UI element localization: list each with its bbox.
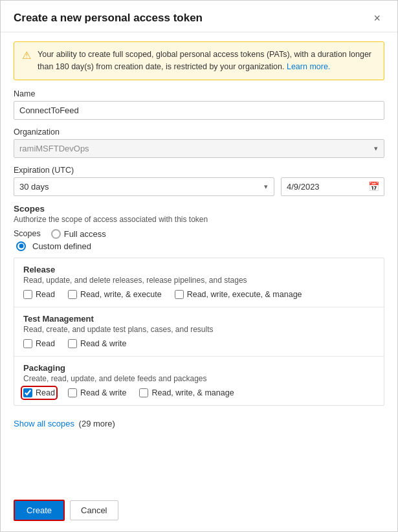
create-pat-dialog: Create a new personal access token × ⚠ Y…	[0, 0, 398, 532]
release-checkbox-row: Read Read, write, & execute Read, write,…	[23, 290, 375, 299]
org-section: Organization ramiMSFTDevOps ▾	[14, 127, 384, 158]
org-label: Organization	[14, 127, 384, 137]
custom-defined-label: Custom defined	[32, 241, 91, 251]
release-scope-group: Release Read, update, and delete release…	[14, 258, 384, 307]
warning-icon: ⚠	[22, 49, 31, 61]
expiration-label: Expiration (UTC)	[14, 166, 384, 175]
name-label: Name	[14, 89, 384, 98]
release-readwriteexecutemanage-label[interactable]: Read, write, execute, & manage	[175, 290, 302, 299]
dialog-title: Create a new personal access token	[14, 12, 203, 25]
scope-groups-container[interactable]: Release Read, update, and delete release…	[14, 258, 384, 406]
scopes-radio-row: Scopes Full access	[14, 229, 384, 239]
packaging-readwrite-label[interactable]: Read & write	[68, 388, 127, 397]
expiration-row: 30 days 7 days 90 days 180 days 1 year C…	[14, 177, 384, 196]
dialog-header: Create a new personal access token ×	[1, 1, 397, 32]
release-readwriteexecutemanage-checkbox[interactable]	[175, 290, 184, 299]
scopes-title: Scopes	[14, 204, 384, 214]
packaging-read-checkbox[interactable]	[23, 388, 32, 397]
release-readwriteexecute-label[interactable]: Read, write, & execute	[68, 290, 162, 299]
release-readwriteexecute-checkbox[interactable]	[68, 290, 77, 299]
testmgmt-readwrite-label[interactable]: Read & write	[68, 339, 127, 348]
scopes-description: Authorize the scope of access associated…	[14, 215, 384, 224]
packaging-readwrite-checkbox[interactable]	[68, 388, 77, 397]
dialog-body: ⚠ Your ability to create full scoped, gl…	[1, 32, 397, 493]
packaging-readwritemanage-label[interactable]: Read, write, & manage	[139, 388, 234, 397]
cancel-button[interactable]: Cancel	[70, 500, 118, 520]
testmgmt-read-label[interactable]: Read	[23, 339, 55, 348]
packaging-desc: Create, read, update, and delete feeds a…	[23, 374, 375, 383]
testmgmt-checkbox-row: Read Read & write	[23, 339, 375, 348]
packaging-title: Packaging	[23, 363, 375, 373]
packaging-read-label[interactable]: Read	[23, 388, 55, 397]
date-input[interactable]	[281, 177, 384, 196]
scopes-section: Scopes Authorize the scope of access ass…	[14, 204, 384, 406]
testmgmt-title: Test Management	[23, 314, 375, 324]
release-desc: Read, update, and delete releases, relea…	[23, 276, 375, 285]
org-select-wrapper: ramiMSFTDevOps ▾	[14, 139, 384, 158]
release-title: Release	[23, 265, 375, 274]
dialog-footer: Create Cancel	[1, 493, 397, 531]
packaging-readwritemanage-checkbox[interactable]	[139, 388, 148, 397]
testmgmt-desc: Read, create, and update test plans, cas…	[23, 325, 375, 334]
create-button[interactable]: Create	[14, 500, 65, 521]
release-read-label[interactable]: Read	[23, 290, 55, 299]
packaging-scope-group: Packaging Create, read, update, and dele…	[14, 357, 384, 405]
show-all-scopes-row: Show all scopes (29 more)	[14, 412, 384, 438]
full-access-radio-label[interactable]: Full access	[51, 229, 106, 239]
expiration-select-wrapper: 30 days 7 days 90 days 180 days 1 year C…	[14, 177, 274, 196]
testmgmt-readwrite-checkbox[interactable]	[68, 339, 77, 348]
custom-defined-row: Custom defined	[14, 241, 384, 251]
expiration-select[interactable]: 30 days 7 days 90 days 180 days 1 year C…	[14, 177, 274, 196]
expiration-section: Expiration (UTC) 30 days 7 days 90 days …	[14, 166, 384, 196]
scopes-label: Scopes	[14, 229, 41, 238]
name-input[interactable]	[14, 101, 384, 120]
org-select[interactable]: ramiMSFTDevOps	[14, 139, 384, 158]
date-input-wrapper: 📅	[281, 177, 384, 196]
show-all-scopes-link[interactable]: Show all scopes (29 more)	[14, 419, 115, 428]
custom-defined-radio[interactable]	[16, 241, 26, 251]
close-button[interactable]: ×	[370, 11, 384, 25]
testmgmt-read-checkbox[interactable]	[23, 339, 32, 348]
warning-text: Your ability to create full scoped, glob…	[38, 49, 376, 73]
release-read-checkbox[interactable]	[23, 290, 32, 299]
testmgmt-scope-group: Test Management Read, create, and update…	[14, 307, 384, 357]
name-section: Name	[14, 89, 384, 120]
packaging-checkbox-row: Read Read & write Read, write, & manage	[23, 388, 375, 397]
full-access-radio[interactable]	[51, 229, 61, 239]
full-access-label: Full access	[64, 229, 106, 239]
learn-more-link[interactable]: Learn more.	[287, 62, 330, 71]
warning-box: ⚠ Your ability to create full scoped, gl…	[14, 41, 384, 80]
